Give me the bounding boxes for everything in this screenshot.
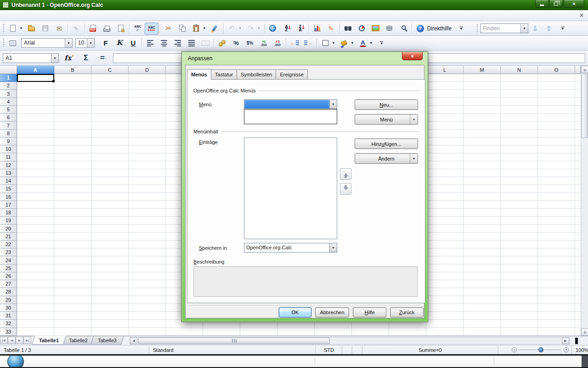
column-header-C[interactable]: C: [91, 66, 129, 74]
align-left-button[interactable]: [143, 37, 157, 49]
copy-button[interactable]: [175, 23, 189, 34]
sheet-tab-tabelle3[interactable]: Tabelle3: [90, 336, 124, 345]
split-handle[interactable]: [575, 338, 578, 344]
row-header-33[interactable]: 33: [0, 328, 17, 336]
previous-sheet-button[interactable]: ◀: [8, 337, 16, 344]
row-header-20[interactable]: 20: [0, 224, 17, 232]
window-titlebar[interactable]: Unbenannt 1 - OpenOffice.org Calc ×: [0, 0, 588, 10]
save-in-dropdown-icon[interactable]: ▼: [329, 243, 337, 253]
navigator-button[interactable]: [355, 23, 369, 34]
cut-button[interactable]: ✂: [162, 23, 175, 34]
toolbar-overflow-button[interactable]: ▼: [454, 23, 468, 34]
scroll-up-icon[interactable]: ▲: [581, 66, 588, 73]
cancel-button[interactable]: Abbrechen: [315, 307, 349, 317]
styles-button[interactable]: [6, 37, 20, 49]
row-header-30[interactable]: 30: [0, 304, 17, 312]
row-header-15[interactable]: 15: [0, 185, 17, 193]
align-center-button[interactable]: [157, 37, 171, 49]
help-button[interactable]: Hilfe: [353, 307, 386, 317]
find-replace-button[interactable]: [341, 23, 355, 34]
row-header-6[interactable]: 6: [0, 114, 17, 121]
row-header-19[interactable]: 19: [0, 217, 17, 224]
find-input-field[interactable]: [481, 24, 520, 33]
help-button[interactable]: ?Direkthilfe: [413, 23, 454, 34]
align-right-button[interactable]: [171, 37, 185, 49]
modify-button[interactable]: Ändern ▼: [355, 153, 418, 164]
sort-descending-button[interactable]: ZA↓: [294, 23, 307, 34]
corner-box[interactable]: [0, 66, 17, 74]
row-header-12[interactable]: 12: [0, 161, 17, 169]
close-document-icon[interactable]: ×: [580, 12, 583, 18]
dialog-close-button[interactable]: ×: [402, 52, 423, 60]
decrease-indent-button[interactable]: ←: [288, 37, 301, 49]
row-header-11[interactable]: 11: [0, 153, 17, 161]
entries-listbox[interactable]: [244, 138, 337, 239]
menu-combobox[interactable]: ▼: [244, 99, 337, 109]
new-document-dropdown-icon[interactable]: ▼: [19, 26, 23, 30]
row-header-25[interactable]: 25: [0, 264, 17, 272]
font-name-dropdown-icon[interactable]: ▼: [65, 39, 72, 47]
gallery-button[interactable]: [369, 23, 383, 34]
restore-button[interactable]: [549, 0, 563, 8]
row-header-7[interactable]: 7: [0, 121, 17, 129]
column-header-O[interactable]: O: [538, 66, 575, 74]
format-paintbrush-button[interactable]: [208, 23, 222, 34]
underline-button[interactable]: U: [126, 37, 140, 49]
borders-dropdown-icon[interactable]: ▼: [332, 41, 335, 45]
column-header-N[interactable]: N: [501, 66, 538, 74]
page-preview-button[interactable]: [114, 23, 128, 34]
row-header-28[interactable]: 28: [0, 288, 17, 296]
menu-actions-dropdown-icon[interactable]: ▼: [410, 115, 418, 124]
row-header-2[interactable]: 2: [0, 82, 17, 90]
row-header-32[interactable]: 32: [0, 320, 17, 328]
sheet-tab-tabelle1[interactable]: Tabelle1: [32, 336, 66, 345]
move-up-button[interactable]: [340, 168, 351, 180]
font-size-dropdown-icon[interactable]: ▼: [87, 39, 94, 47]
selection-mode-status[interactable]: STD: [316, 345, 342, 354]
ok-button[interactable]: OK: [279, 307, 311, 317]
sum-button[interactable]: Σ: [80, 52, 92, 63]
first-sheet-button[interactable]: ◀: [0, 337, 8, 344]
redo-button[interactable]: ↷▼: [244, 23, 263, 34]
menu-dropdown-list[interactable]: [244, 109, 337, 124]
paste-dropdown-icon[interactable]: ▼: [203, 26, 206, 30]
menu-actions-button[interactable]: Menü ▼: [355, 114, 418, 125]
toolbar-overflow-button[interactable]: ▼: [556, 23, 570, 34]
row-header-4[interactable]: 4: [0, 98, 17, 106]
row-header-27[interactable]: 27: [0, 280, 17, 288]
increase-indent-button[interactable]: →: [301, 37, 315, 49]
start-button[interactable]: [7, 354, 24, 368]
scroll-right-icon[interactable]: ▶: [562, 338, 569, 344]
redo-dropdown-icon[interactable]: ▼: [257, 26, 261, 30]
row-header-16[interactable]: 16: [0, 193, 17, 201]
standard-format-button[interactable]: $%: [243, 37, 257, 49]
auto-spellcheck-button[interactable]: ABC: [145, 23, 158, 34]
name-box[interactable]: A1 ▼: [3, 53, 59, 63]
scroll-down-icon[interactable]: ▼: [581, 328, 588, 336]
draw-functions-button[interactable]: ✎: [324, 23, 338, 34]
data-sources-button[interactable]: [383, 23, 396, 34]
toolbar-overflow-button[interactable]: ▼: [375, 37, 389, 49]
scroll-left-icon[interactable]: ◀: [130, 338, 137, 344]
print-button[interactable]: [100, 23, 114, 34]
row-header-23[interactable]: 23: [0, 248, 17, 256]
name-box-dropdown-icon[interactable]: ▼: [51, 54, 58, 63]
reset-button[interactable]: Zurück: [390, 307, 424, 317]
insert-chart-button[interactable]: [311, 23, 324, 34]
menu-combobox-dropdown-icon[interactable]: ▼: [329, 99, 337, 109]
bold-button[interactable]: F: [99, 37, 113, 49]
row-header-17[interactable]: 17: [0, 201, 17, 209]
hyperlink-button[interactable]: [266, 23, 280, 34]
row-header-21[interactable]: 21: [0, 233, 17, 241]
font-size-combobox[interactable]: 10▼: [75, 38, 95, 48]
next-sheet-button[interactable]: ▶: [16, 337, 23, 344]
horizontal-scrollbar[interactable]: ◀ ▶: [130, 337, 570, 345]
row-header-5[interactable]: 5: [0, 106, 17, 114]
background-color-dropdown-icon[interactable]: ▼: [351, 41, 354, 45]
font-color-dropdown-icon[interactable]: ▼: [369, 41, 373, 45]
vertical-scrollbar[interactable]: ▲ ▼: [581, 66, 588, 336]
row-header-29[interactable]: 29: [0, 296, 17, 304]
sheet-tab-tabelle2[interactable]: Tabelle2: [62, 336, 95, 345]
align-justify-button[interactable]: [185, 37, 198, 49]
row-header-10[interactable]: 10: [0, 145, 17, 153]
